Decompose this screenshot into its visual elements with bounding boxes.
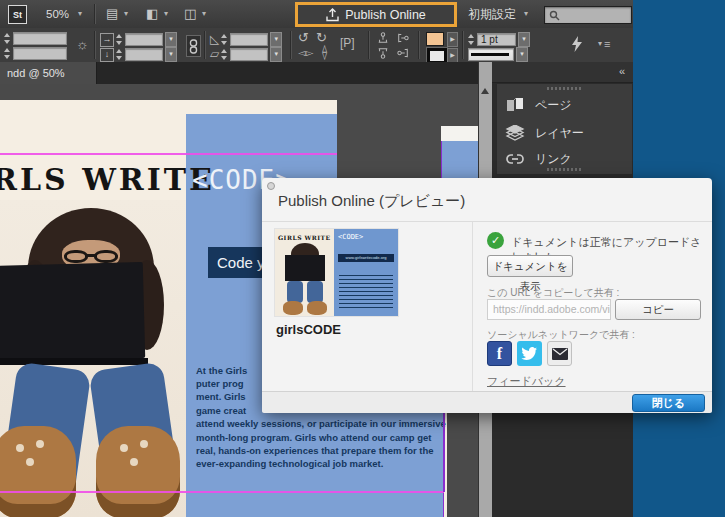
- rotate-cw-button[interactable]: ↻: [316, 31, 327, 44]
- arrange-documents-arrow[interactable]: ▾: [202, 0, 206, 28]
- panel-drag-handle[interactable]: [547, 87, 581, 90]
- align-left-icon[interactable]: [397, 31, 409, 45]
- panel-menu-button[interactable]: ▾ ≡: [598, 39, 610, 49]
- stroke-style-field[interactable]: ▾: [468, 47, 528, 62]
- thumb-url-bar: www.girlswritecode.org: [338, 254, 394, 262]
- body-line: attend weekly sessions, or participate i…: [196, 418, 446, 429]
- toolbar-separator: [94, 4, 96, 24]
- twitter-share-button[interactable]: [517, 341, 542, 366]
- shear-angle-field[interactable]: ▱▾: [210, 47, 282, 62]
- facebook-share-button[interactable]: f: [487, 341, 512, 366]
- scale-y-icon: ↓: [100, 48, 114, 62]
- flip-horizontal-button[interactable]: ◅▻: [298, 46, 313, 59]
- photo-boot-right: [96, 426, 180, 517]
- layers-icon: [505, 125, 525, 142]
- search-icon: [549, 10, 560, 21]
- indesign-screen: St 50% ▾ ▤ ▾ ◧ ▾ ◫ ▾ Publish Online 初期設定…: [0, 0, 725, 517]
- preview-spreads-arrow[interactable]: ▾: [124, 0, 128, 28]
- email-share-button[interactable]: [547, 341, 572, 366]
- panel-tab-links[interactable]: リンク: [505, 148, 630, 170]
- auto-fit-icon[interactable]: ☼: [76, 38, 89, 51]
- envelope-icon: [552, 348, 568, 360]
- body-line: ever-expanding technological job market.: [196, 458, 383, 469]
- preview-spreads-icon[interactable]: ▤: [106, 0, 118, 28]
- social-share-label: ソーシャルネットワークで共有 :: [487, 328, 635, 342]
- quick-apply-icon[interactable]: [572, 36, 583, 53]
- publish-online-button[interactable]: Publish Online: [295, 2, 457, 27]
- panel-label: ページ: [535, 97, 572, 114]
- photo-laptop: [0, 262, 145, 362]
- next-page-top: [441, 126, 478, 141]
- body-line: month-long program. Girls who attend our…: [196, 432, 431, 443]
- rotation-angle-field[interactable]: ◺▾: [210, 32, 282, 47]
- body-line: At the Girls: [196, 365, 247, 376]
- thumb-jeans: [307, 281, 323, 303]
- zoom-dropdown-arrow[interactable]: ▾: [78, 0, 82, 28]
- panel-tab-layers[interactable]: レイヤー: [505, 122, 630, 144]
- thumb-code-text: <CODE>: [338, 233, 363, 241]
- success-check-icon: ✓: [487, 232, 504, 249]
- document-tab[interactable]: ndd @ 50%: [0, 62, 97, 84]
- panel-tab-pages[interactable]: ページ: [505, 94, 630, 116]
- scroll-up-arrow[interactable]: [481, 88, 489, 94]
- tagline-bar: Code yo: [208, 247, 270, 278]
- scale-x-field[interactable]: →▾: [100, 32, 177, 47]
- view-document-button[interactable]: ドキュメントを表示: [487, 255, 573, 277]
- feedback-link[interactable]: フィードバック: [487, 374, 566, 389]
- workspace-arrow[interactable]: ▾: [524, 0, 528, 28]
- document-headline: RLS WRITE: [0, 162, 215, 197]
- share-url-field[interactable]: https://indd.adobe.com/view/2b5c3b9f: [487, 299, 611, 320]
- search-input[interactable]: [544, 6, 632, 24]
- girl-laptop-photo: [0, 200, 186, 517]
- copy-url-button[interactable]: コピー: [615, 299, 701, 320]
- thumb-photo-half: GIRLS WRITE: [275, 229, 334, 316]
- workspace-switcher[interactable]: 初期設定: [468, 0, 516, 28]
- publish-online-label: Publish Online: [345, 8, 426, 22]
- fill-color-swatch[interactable]: [426, 32, 444, 46]
- panel-label: リンク: [535, 151, 572, 168]
- close-button[interactable]: 閉じる: [632, 394, 705, 412]
- constrain-proportions-toggle[interactable]: [186, 35, 201, 57]
- thumb-jeans: [287, 281, 303, 303]
- body-line: puter prog: [196, 378, 244, 389]
- width-field[interactable]: [4, 32, 67, 45]
- align-top-icon[interactable]: [376, 32, 390, 44]
- document-thumbnail: GIRLS WRITE <CODE> www.girlswritecode.or…: [275, 229, 398, 316]
- margin-guide-bottom: [0, 491, 444, 493]
- dialog-vertical-divider: [472, 222, 473, 391]
- scale-y-field[interactable]: ↓▾: [100, 47, 177, 62]
- panel-drag-handle[interactable]: [547, 168, 581, 171]
- dialog-doc-name: girlsCODE: [276, 322, 341, 337]
- thumb-boot: [283, 301, 303, 315]
- scale-x-icon: →: [100, 33, 114, 47]
- body-line: real, hands-on experiences that prepare …: [196, 445, 434, 456]
- control-panel: ☼ →▾ ↓▾ ◺▾ ▱▾ ↺ ↻ ◅▻ ◅▻ [P]: [0, 28, 633, 64]
- margin-guide-top: [0, 153, 337, 155]
- align-bottom-icon[interactable]: [376, 47, 390, 59]
- screen-mode-icon[interactable]: ◧: [146, 0, 158, 28]
- select-container-badge: [P]: [340, 37, 355, 50]
- photo-boot-left: [0, 426, 76, 517]
- thumb-laptop: [285, 255, 325, 281]
- rotate-ccw-button[interactable]: ↺: [298, 31, 309, 44]
- zoom-level-value[interactable]: 50%: [46, 0, 69, 28]
- dialog-window-dot[interactable]: [267, 182, 275, 190]
- twitter-bird-icon: [521, 347, 538, 361]
- collapse-panels-icon[interactable]: «: [619, 65, 625, 77]
- stroke-flyout-button[interactable]: ▶: [447, 48, 458, 63]
- height-field[interactable]: [4, 47, 67, 60]
- flip-vertical-button[interactable]: ◅▻: [319, 45, 332, 60]
- thumb-headline: GIRLS WRITE: [278, 234, 331, 241]
- arrange-documents-icon[interactable]: ◫: [184, 0, 196, 28]
- panel-label: レイヤー: [535, 125, 584, 142]
- dialog-title: Publish Online (プレビュー): [278, 192, 465, 211]
- distribute-icon[interactable]: [397, 46, 409, 60]
- thumb-body-lines: [339, 275, 393, 309]
- screen-mode-arrow[interactable]: ▾: [164, 0, 168, 28]
- upload-icon: [326, 8, 339, 22]
- thumb-boot: [307, 301, 327, 315]
- fill-flyout-button[interactable]: ▶: [447, 32, 458, 47]
- stroke-weight-field[interactable]: 1 pt ▾: [468, 32, 530, 47]
- app-icon[interactable]: St: [8, 5, 27, 24]
- dock-header: «: [492, 62, 633, 83]
